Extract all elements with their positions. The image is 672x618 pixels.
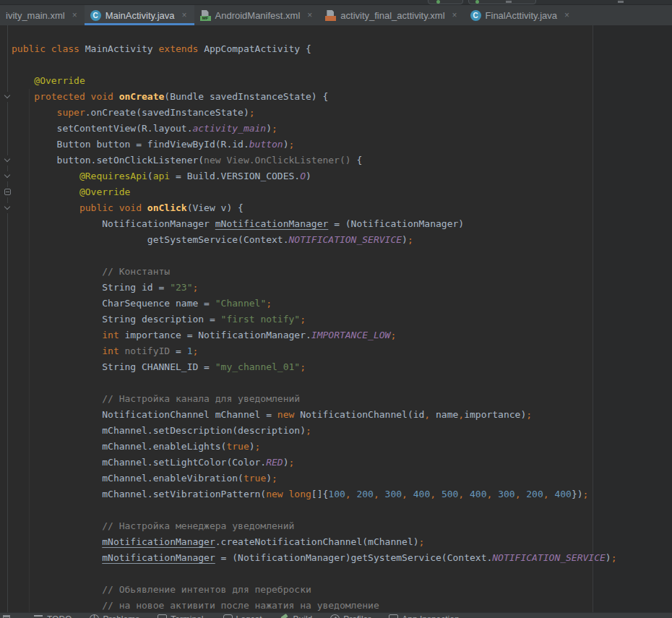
tool-window-stripe-icon[interactable] <box>3 615 10 618</box>
tool-window-label: Terminal <box>171 614 203 618</box>
editor-tab-MainActivity.java[interactable]: CMainActivity.java× <box>85 5 194 25</box>
tab-close-icon[interactable]: × <box>72 10 77 20</box>
problems-icon <box>90 614 99 618</box>
terminal-icon <box>158 614 167 618</box>
editor-tab-ivity_main.xml[interactable]: ivity_main.xml× <box>0 5 85 25</box>
tool-window-button-problems[interactable]: Problems <box>90 614 139 618</box>
tool-window-label: Build <box>293 614 313 618</box>
fold-chevron-icon[interactable] <box>3 92 14 102</box>
tab-label: AndroidManifest.xml <box>215 10 301 21</box>
tool-window-label: App Inspection <box>402 614 459 618</box>
tool-window-label: Logcat <box>236 614 262 618</box>
fold-glyph <box>4 172 10 178</box>
editor-tab-AndroidManifest.xml[interactable]: MFAndroidManifest.xml× <box>194 5 320 25</box>
tool-window-button-todo[interactable]: TODO <box>34 614 72 618</box>
editor-tab-activity_final_acttivity.xml[interactable]: activity_final_acttivity.xml× <box>319 5 464 25</box>
tab-label: activity_final_acttivity.xml <box>340 10 444 21</box>
gutter-fold-line <box>7 25 8 612</box>
java-class-icon: C <box>470 10 481 21</box>
code-text[interactable]: public class MainActivity extends AppCom… <box>12 41 617 612</box>
tool-window-button-app-inspection[interactable]: App Inspection <box>389 614 459 618</box>
fold-chevron-icon[interactable] <box>3 203 14 213</box>
fold-glyph <box>4 156 10 162</box>
todo-list-icon <box>34 614 43 618</box>
tool-window-label: TODO <box>47 614 72 618</box>
tool-window-button-terminal[interactable]: Terminal <box>158 614 203 618</box>
tab-label: MainActivity.java <box>105 10 175 21</box>
device-selector-button[interactable] <box>428 0 463 4</box>
layout-xml-icon <box>325 10 336 21</box>
tab-close-icon[interactable]: × <box>181 10 186 20</box>
logcat-icon <box>223 614 233 618</box>
tab-close-icon[interactable]: × <box>452 10 457 20</box>
fold-glyph <box>4 93 10 98</box>
editor-tab-FinalActtivity.java[interactable]: CFinalActtivity.java× <box>465 5 577 25</box>
tool-window-label: Problems <box>103 614 139 618</box>
tab-label: FinalActtivity.java <box>486 10 557 21</box>
editor-tab-strip: ivity_main.xml×CMainActivity.java×MFAndr… <box>0 5 672 25</box>
fold-chevron-icon[interactable] <box>3 155 14 166</box>
tool-window-button-profiler[interactable]: Profiler <box>330 614 371 618</box>
manifest-file-icon: MF <box>200 10 211 21</box>
java-class-icon: C <box>90 10 101 21</box>
profiler-icon <box>330 614 340 618</box>
main-toolbar-sliver <box>0 0 672 5</box>
fold-collapsed-icon[interactable] <box>3 187 14 197</box>
tab-label: ivity_main.xml <box>6 10 65 21</box>
toolbar-glyph <box>506 1 512 3</box>
tab-close-icon[interactable]: × <box>307 10 312 20</box>
app-inspection-icon <box>389 614 398 618</box>
toolbar-glyph <box>618 1 624 3</box>
fold-chevron-icon[interactable] <box>3 171 14 181</box>
tool-window-bar: TODOProblemsTerminalLogcatBuildProfilerA… <box>0 612 672 618</box>
tool-window-label: Profiler <box>343 614 371 618</box>
fold-glyph <box>4 189 11 195</box>
run-icon <box>436 0 440 4</box>
build-hammer-icon <box>280 614 290 618</box>
tool-window-button-build[interactable]: Build <box>280 614 313 618</box>
code-editor[interactable]: public class MainActivity extends AppCom… <box>0 25 672 612</box>
run-status-icon <box>475 0 479 4</box>
fold-glyph <box>4 204 10 210</box>
tool-window-button-logcat[interactable]: Logcat <box>222 614 262 618</box>
tab-close-icon[interactable]: × <box>564 10 569 20</box>
